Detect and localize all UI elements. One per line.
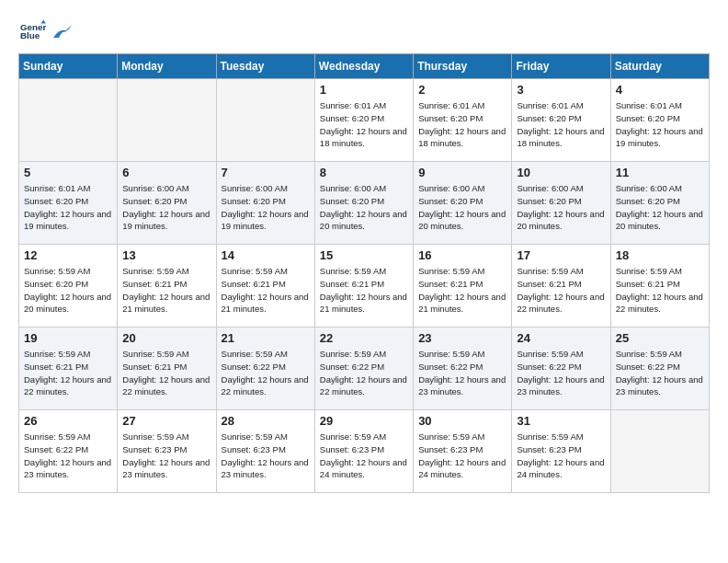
calendar-day-cell: 2Sunrise: 6:01 AMSunset: 6:20 PMDaylight… [414,79,512,162]
day-info: Sunrise: 5:59 AMSunset: 6:22 PMDaylight:… [418,348,506,398]
logo-icon: General Blue [20,18,46,44]
weekday-header: Sunday [19,54,118,79]
calendar-day-cell: 21Sunrise: 5:59 AMSunset: 6:22 PMDayligh… [216,327,314,410]
calendar-day-cell: 10Sunrise: 6:00 AMSunset: 6:20 PMDayligh… [512,162,610,245]
day-number: 13 [122,248,210,262]
day-info: Sunrise: 5:59 AMSunset: 6:20 PMDaylight:… [24,265,112,316]
day-info: Sunrise: 5:59 AMSunset: 6:21 PMDaylight:… [122,348,210,398]
day-info: Sunrise: 5:59 AMSunset: 6:21 PMDaylight:… [122,265,210,316]
day-number: 24 [517,331,605,345]
weekday-header: Thursday [414,54,512,79]
day-info: Sunrise: 5:59 AMSunset: 6:22 PMDaylight:… [616,348,704,398]
day-info: Sunrise: 5:59 AMSunset: 6:23 PMDaylight:… [122,431,210,481]
calendar-day-cell: 18Sunrise: 5:59 AMSunset: 6:21 PMDayligh… [610,245,709,327]
calendar-header-row: SundayMondayTuesdayWednesdayThursdayFrid… [19,54,710,79]
calendar-day-cell [118,79,216,162]
day-info: Sunrise: 5:59 AMSunset: 6:22 PMDaylight:… [222,348,310,398]
calendar-day-cell [610,410,709,493]
day-info: Sunrise: 6:01 AMSunset: 6:20 PMDaylight:… [320,99,408,150]
calendar-week-row: 12Sunrise: 5:59 AMSunset: 6:20 PMDayligh… [19,245,710,327]
day-number: 25 [616,331,704,345]
day-number: 16 [418,248,506,262]
calendar-day-cell: 14Sunrise: 5:59 AMSunset: 6:21 PMDayligh… [216,245,314,327]
day-number: 11 [616,166,704,179]
page-header: General Blue [18,18,710,44]
calendar-day-cell: 12Sunrise: 5:59 AMSunset: 6:20 PMDayligh… [19,245,118,327]
calendar-day-cell: 11Sunrise: 6:00 AMSunset: 6:20 PMDayligh… [610,162,709,245]
day-number: 15 [320,248,408,262]
day-number: 3 [517,83,605,97]
calendar-day-cell: 6Sunrise: 6:00 AMSunset: 6:20 PMDaylight… [118,162,216,245]
day-number: 20 [122,331,210,345]
day-info: Sunrise: 6:00 AMSunset: 6:20 PMDaylight:… [418,182,506,233]
calendar-week-row: 5Sunrise: 6:01 AMSunset: 6:20 PMDaylight… [19,162,710,245]
calendar-day-cell: 28Sunrise: 5:59 AMSunset: 6:23 PMDayligh… [216,410,314,493]
day-number: 2 [418,83,506,97]
weekday-header: Wednesday [314,54,413,79]
day-info: Sunrise: 5:59 AMSunset: 6:23 PMDaylight:… [320,431,408,481]
day-number: 18 [616,248,704,262]
day-info: Sunrise: 6:01 AMSunset: 6:20 PMDaylight:… [418,99,506,150]
day-number: 8 [320,166,408,179]
day-number: 12 [24,248,112,262]
calendar-day-cell: 5Sunrise: 6:01 AMSunset: 6:20 PMDaylight… [19,162,118,245]
calendar-week-row: 19Sunrise: 5:59 AMSunset: 6:21 PMDayligh… [19,327,710,410]
calendar-day-cell: 31Sunrise: 5:59 AMSunset: 6:23 PMDayligh… [512,410,610,493]
day-info: Sunrise: 6:01 AMSunset: 6:20 PMDaylight:… [517,99,605,150]
day-info: Sunrise: 5:59 AMSunset: 6:21 PMDaylight:… [616,265,704,316]
day-number: 7 [222,166,310,179]
calendar-table: SundayMondayTuesdayWednesdayThursdayFrid… [18,53,710,493]
day-number: 23 [418,331,506,345]
calendar-day-cell: 13Sunrise: 5:59 AMSunset: 6:21 PMDayligh… [118,245,216,327]
calendar-day-cell: 15Sunrise: 5:59 AMSunset: 6:21 PMDayligh… [314,245,413,327]
calendar-week-row: 26Sunrise: 5:59 AMSunset: 6:22 PMDayligh… [19,410,710,493]
calendar-day-cell: 27Sunrise: 5:59 AMSunset: 6:23 PMDayligh… [118,410,216,493]
day-info: Sunrise: 5:59 AMSunset: 6:21 PMDaylight:… [222,265,310,316]
weekday-header: Saturday [610,54,709,79]
day-number: 19 [24,331,112,345]
calendar-day-cell: 24Sunrise: 5:59 AMSunset: 6:22 PMDayligh… [512,327,610,410]
svg-text:Blue: Blue [20,30,40,40]
day-info: Sunrise: 5:59 AMSunset: 6:23 PMDaylight:… [222,431,310,481]
day-info: Sunrise: 6:00 AMSunset: 6:20 PMDaylight:… [222,182,310,233]
calendar-day-cell: 30Sunrise: 5:59 AMSunset: 6:23 PMDayligh… [414,410,512,493]
day-number: 29 [320,414,408,428]
calendar-week-row: 1Sunrise: 6:01 AMSunset: 6:20 PMDaylight… [19,79,710,162]
day-info: Sunrise: 5:59 AMSunset: 6:22 PMDaylight:… [24,431,112,481]
weekday-header: Tuesday [216,54,314,79]
day-info: Sunrise: 5:59 AMSunset: 6:23 PMDaylight:… [517,431,605,481]
day-number: 10 [517,166,605,179]
day-info: Sunrise: 5:59 AMSunset: 6:22 PMDaylight:… [517,348,605,398]
calendar-day-cell: 16Sunrise: 5:59 AMSunset: 6:21 PMDayligh… [414,245,512,327]
day-number: 26 [24,414,112,428]
calendar-day-cell: 26Sunrise: 5:59 AMSunset: 6:22 PMDayligh… [19,410,118,493]
calendar-day-cell [216,79,314,162]
day-number: 5 [24,166,112,179]
calendar-day-cell: 20Sunrise: 5:59 AMSunset: 6:21 PMDayligh… [118,327,216,410]
calendar-day-cell: 17Sunrise: 5:59 AMSunset: 6:21 PMDayligh… [512,245,610,327]
calendar-day-cell: 1Sunrise: 6:01 AMSunset: 6:20 PMDaylight… [314,79,413,162]
day-info: Sunrise: 5:59 AMSunset: 6:23 PMDaylight:… [418,431,506,481]
day-number: 27 [122,414,210,428]
calendar-day-cell: 3Sunrise: 6:01 AMSunset: 6:20 PMDaylight… [512,79,610,162]
calendar-day-cell: 29Sunrise: 5:59 AMSunset: 6:23 PMDayligh… [314,410,413,493]
calendar-day-cell: 23Sunrise: 5:59 AMSunset: 6:22 PMDayligh… [414,327,512,410]
day-info: Sunrise: 5:59 AMSunset: 6:22 PMDaylight:… [320,348,408,398]
calendar-day-cell: 7Sunrise: 6:00 AMSunset: 6:20 PMDaylight… [216,162,314,245]
weekday-header: Friday [512,54,610,79]
day-number: 21 [222,331,310,345]
calendar-day-cell: 9Sunrise: 6:00 AMSunset: 6:20 PMDaylight… [414,162,512,245]
day-number: 9 [418,166,506,179]
day-info: Sunrise: 5:59 AMSunset: 6:21 PMDaylight:… [320,265,408,316]
day-number: 31 [517,414,605,428]
day-info: Sunrise: 5:59 AMSunset: 6:21 PMDaylight:… [517,265,605,316]
day-info: Sunrise: 6:00 AMSunset: 6:20 PMDaylight:… [616,182,704,233]
day-number: 14 [222,248,310,262]
logo: General Blue [18,18,72,44]
day-number: 6 [122,166,210,179]
day-number: 1 [320,83,408,97]
day-info: Sunrise: 6:01 AMSunset: 6:20 PMDaylight:… [616,99,704,150]
day-info: Sunrise: 6:00 AMSunset: 6:20 PMDaylight:… [320,182,408,233]
day-number: 22 [320,331,408,345]
calendar-day-cell [19,79,118,162]
